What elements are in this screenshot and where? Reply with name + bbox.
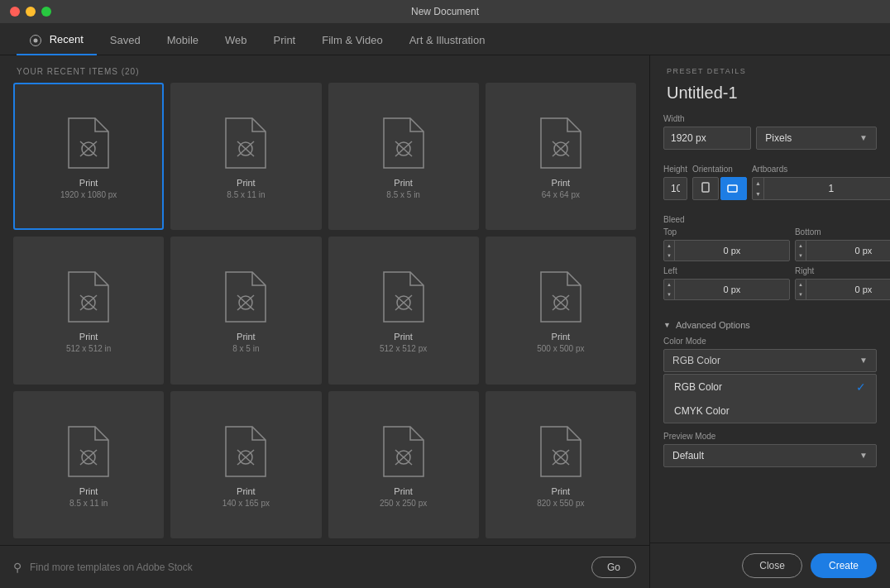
item-sub-10: 250 x 250 px	[380, 499, 427, 508]
recent-header: YOUR RECENT ITEMS (20)	[0, 55, 649, 83]
artboards-group: Artboards ▲ ▼	[752, 165, 890, 200]
bleed-left-label: Left	[663, 266, 790, 275]
landscape-btn[interactable]	[720, 177, 747, 200]
grid-item-1[interactable]: Print 8.5 x 11 in	[170, 83, 321, 230]
tab-art-label: Art & Illustration	[409, 34, 486, 46]
tab-bar: Recent Saved Mobile Web Print Film & Vid…	[0, 23, 890, 55]
height-input[interactable]	[671, 183, 680, 194]
artboards-arrows: ▲ ▼	[753, 178, 764, 199]
preview-mode-label: Preview Mode	[663, 432, 877, 441]
artboards-down-arrow[interactable]: ▼	[753, 189, 763, 199]
bleed-top-arrows: ▲ ▼	[664, 241, 675, 261]
bleed-bottom-input[interactable]	[806, 246, 890, 256]
tab-film[interactable]: Film & Video	[309, 24, 395, 55]
tab-art[interactable]: Art & Illustration	[396, 24, 499, 55]
grid-item-3[interactable]: Print 64 x 64 px	[486, 83, 636, 230]
portrait-icon	[699, 182, 712, 195]
file-icon-11	[538, 425, 584, 478]
bleed-left-up[interactable]: ▲	[664, 280, 674, 289]
file-icon-1	[223, 117, 269, 170]
advanced-chevron-icon: ▼	[663, 321, 671, 329]
color-mode-label: Color Mode	[663, 337, 877, 346]
bleed-right-input[interactable]	[806, 284, 890, 294]
bleed-bottom-down[interactable]: ▼	[796, 251, 806, 261]
preset-header: PRESET DETAILS	[650, 55, 890, 84]
artboards-stepper: ▲ ▼	[752, 177, 890, 200]
bleed-top-label: Top	[663, 227, 790, 237]
width-row: Pixels ▼	[663, 127, 877, 150]
tab-web[interactable]: Web	[212, 24, 261, 55]
item-sub-6: 512 x 512 px	[380, 344, 427, 353]
maximize-window-btn[interactable]	[41, 7, 51, 17]
close-button[interactable]: Close	[742, 553, 802, 578]
color-option-cmyk[interactable]: CMYK Color	[664, 399, 876, 423]
window-controls	[10, 7, 51, 17]
grid-item-2[interactable]: Print 8.5 x 5 in	[328, 83, 479, 230]
item-sub-9: 140 x 165 px	[223, 499, 270, 508]
bleed-right-arrows: ▲ ▼	[796, 280, 806, 299]
file-icon-7	[538, 270, 584, 323]
artboards-up-arrow[interactable]: ▲	[753, 178, 763, 189]
bleed-left-input[interactable]	[675, 284, 789, 294]
file-icon-2	[380, 117, 427, 170]
advanced-toggle[interactable]: ▼ Advanced Options	[650, 313, 890, 337]
bleed-right-stepper: ▲ ▼	[795, 279, 890, 300]
bleed-bottom-arrows: ▲ ▼	[796, 241, 806, 261]
search-input[interactable]	[30, 562, 583, 573]
grid-item-8[interactable]: Print 8.5 x 11 in	[13, 391, 164, 538]
grid-item-9[interactable]: Print 140 x 165 px	[170, 391, 321, 538]
go-button[interactable]: Go	[591, 557, 636, 578]
landscape-icon	[727, 182, 740, 195]
item-sub-11: 820 x 550 px	[537, 499, 584, 508]
bleed-top-down[interactable]: ▼	[664, 251, 674, 261]
recent-icon	[30, 35, 41, 46]
bleed-right-label: Right	[795, 266, 890, 275]
item-label-9: Print	[237, 486, 256, 496]
grid-item-6[interactable]: Print 512 x 512 px	[328, 237, 479, 384]
width-input[interactable]	[671, 132, 744, 144]
file-icon-6	[380, 270, 427, 323]
tab-recent[interactable]: Recent	[17, 23, 97, 55]
bleed-bottom-up[interactable]: ▲	[796, 241, 806, 251]
unit-select[interactable]: Pixels ▼	[756, 127, 877, 150]
grid-item-7[interactable]: Print 500 x 500 px	[486, 237, 636, 384]
unit-label: Pixels	[765, 132, 792, 144]
color-option-rgb-check: ✓	[856, 380, 866, 394]
grid-item-0[interactable]: Print 1920 x 1080 px	[13, 83, 164, 230]
bleed-right-up[interactable]: ▲	[796, 280, 806, 289]
tab-saved[interactable]: Saved	[97, 24, 154, 55]
create-button[interactable]: Create	[811, 553, 877, 578]
window-title: New Document	[411, 6, 479, 17]
tab-saved-label: Saved	[110, 34, 141, 46]
tab-print[interactable]: Print	[261, 24, 309, 55]
color-mode-trigger[interactable]: RGB Color ▼	[663, 349, 877, 372]
preview-mode-select[interactable]: Default ▼	[663, 444, 877, 467]
bleed-top-up[interactable]: ▲	[664, 241, 674, 251]
bleed-bottom-label: Bottom	[795, 227, 890, 237]
color-option-rgb[interactable]: RGB Color ✓	[664, 375, 876, 399]
height-input-wrap	[663, 177, 687, 200]
bleed-left-down[interactable]: ▼	[664, 289, 674, 299]
bleed-right-down[interactable]: ▼	[796, 289, 806, 299]
height-orient-row: Height Orientation	[663, 165, 877, 200]
dialog: Recent Saved Mobile Web Print Film & Vid…	[0, 23, 890, 588]
portrait-btn[interactable]	[692, 177, 719, 200]
preset-name[interactable]: Untitled-1	[650, 84, 890, 114]
color-option-cmyk-label: CMYK Color	[674, 405, 730, 417]
grid-item-11[interactable]: Print 820 x 550 px	[486, 391, 636, 538]
grid-item-5[interactable]: Print 8 x 5 in	[170, 237, 321, 384]
file-icon-5	[223, 270, 269, 323]
bleed-label: Bleed	[663, 215, 877, 224]
artboards-input[interactable]	[764, 183, 890, 194]
minimize-window-btn[interactable]	[26, 7, 36, 17]
tab-mobile-label: Mobile	[167, 34, 199, 46]
close-window-btn[interactable]	[10, 7, 20, 17]
bleed-section: Bleed Top ▲ ▼ Bottom	[650, 215, 890, 313]
tab-film-label: Film & Video	[322, 34, 382, 46]
color-mode-dropdown[interactable]: RGB Color ▼ RGB Color ✓ CMYK Color	[663, 349, 877, 423]
tab-mobile[interactable]: Mobile	[154, 24, 212, 55]
bleed-top-input[interactable]	[675, 246, 789, 256]
grid-item-10[interactable]: Print 250 x 250 px	[328, 391, 479, 538]
item-label-0: Print	[79, 178, 98, 188]
grid-item-4[interactable]: Print 512 x 512 in	[13, 237, 164, 384]
